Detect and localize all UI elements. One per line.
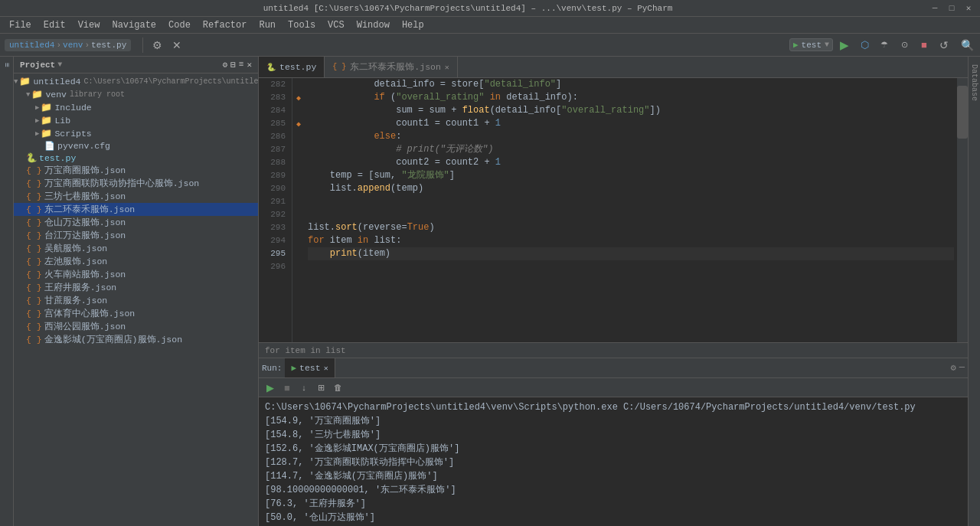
tab-json[interactable]: { } 东二环泰禾服饰.json ✕ — [325, 57, 458, 77]
tree-item-json9[interactable]: { } 火车南站服饰.json — [14, 268, 258, 281]
code-area[interactable]: detail_info = store["detail_info"] if ("… — [305, 78, 957, 342]
tree-item-json10[interactable]: { } 王府井服务.json — [14, 281, 258, 294]
run-tab-test[interactable]: ▶ test ✕ — [285, 358, 335, 377]
menu-help[interactable]: Help — [396, 18, 430, 32]
toolbar-settings-button[interactable]: ⚙ — [149, 37, 165, 54]
tab-testpy[interactable]: 🐍 test.py — [259, 57, 325, 77]
menu-vcs[interactable]: VCS — [322, 18, 351, 32]
tree-item-json3[interactable]: { } 三坊七巷服饰.json — [14, 190, 258, 203]
tree-item-pyvenv[interactable]: 📄 pyvenv.cfg — [14, 140, 258, 152]
code-283: if ("overall_rating" in detail_info): — [308, 91, 954, 104]
run-filter-button[interactable]: ⊞ — [314, 381, 328, 394]
menu-file[interactable]: File — [3, 18, 38, 32]
code-286: else: — [308, 130, 954, 143]
tree-item-venv[interactable]: ▼ 📁 venv library root — [14, 88, 258, 101]
sidebar-dropdown-icon[interactable]: ▼ — [57, 60, 62, 69]
rerun-button[interactable]: ↺ — [936, 37, 952, 54]
tree-item-json5[interactable]: { } 仓山万达服饰.json — [14, 216, 258, 229]
toolbar-close-button[interactable]: ✕ — [168, 37, 185, 54]
code-292 — [308, 208, 954, 221]
debug-button[interactable]: ⬡ — [856, 37, 873, 54]
toolbar-breadcrumb[interactable]: untitled4 › venv › test.py — [5, 39, 131, 51]
sidebar-gear-icon[interactable]: ⚙ — [223, 60, 228, 70]
tab-json-label: 东二环泰禾服饰.json — [350, 61, 441, 73]
title-bar: untitled4 [C:\Users\10674\PycharmProject… — [0, 0, 980, 17]
coverage-button[interactable]: ☂ — [876, 37, 893, 54]
gutter-290 — [292, 182, 305, 195]
run-output: C:\Users\10674\PycharmProjects\untitled4… — [259, 397, 968, 526]
line-285: 285 — [259, 117, 286, 130]
maximize-button[interactable]: □ — [946, 3, 957, 14]
menu-view[interactable]: View — [72, 18, 106, 32]
tree-item-scripts[interactable]: ▶ 📁 Scripts — [14, 127, 258, 140]
sidebar-collapse-icon[interactable]: ⊟ — [230, 60, 236, 70]
gutter-285[interactable]: ◆ — [292, 117, 305, 130]
tree-item-json12[interactable]: { } 宫体育中心服饰.json — [14, 307, 258, 320]
run-settings-icon[interactable]: ⚙ — [951, 362, 956, 374]
gutter-291 — [292, 195, 305, 208]
gutter-296 — [292, 260, 305, 273]
code-296 — [308, 260, 954, 273]
tree-item-json11[interactable]: { } 甘蔗服务.json — [14, 294, 258, 307]
gutter-286 — [292, 130, 305, 143]
menu-tools[interactable]: Tools — [282, 18, 322, 32]
toolbar: untitled4 › venv › test.py ⚙ ✕ ▶ test ▼ … — [0, 34, 980, 57]
run-scroll-button[interactable]: ↓ — [297, 381, 311, 394]
minimize-button[interactable]: ─ — [929, 3, 940, 14]
left-icon-project[interactable]: ≡ — [1, 60, 12, 70]
line-282: 282 — [259, 78, 286, 91]
tree-item-json2[interactable]: { } 万宝商圈联防联动协指中心服饰.json — [14, 177, 258, 190]
run-config-icon: ▶ — [793, 40, 799, 50]
main-area: ≡ Project ▼ ⚙ ⊟ ≡ ✕ ▼ 📁 untit — [0, 57, 980, 526]
tree-item-json8[interactable]: { } 左池服饰.json — [14, 255, 258, 268]
run-config[interactable]: ▶ test ▼ — [789, 38, 833, 51]
editor-tabs: 🐍 test.py { } 东二环泰禾服饰.json ✕ — [259, 57, 968, 78]
line-294: 294 — [259, 234, 286, 247]
run-tab-close[interactable]: ✕ — [324, 364, 328, 373]
run-button[interactable]: ▶ — [836, 37, 853, 54]
run-panel: Run: ▶ test ✕ ⚙ ─ ▶ ■ — [259, 358, 968, 526]
line-numbers: 282 283 284 285 286 287 288 289 290 291 … — [259, 78, 292, 342]
tab-json-close[interactable]: ✕ — [445, 63, 449, 72]
editor-breadcrumb: for item in list — [259, 342, 968, 358]
tree-item-json6[interactable]: { } 台江万达服饰.json — [14, 229, 258, 242]
search-everywhere-button[interactable]: 🔍 — [959, 37, 975, 54]
line-287: 287 — [259, 143, 286, 156]
sidebar-title: Project — [20, 60, 55, 70]
code-282: detail_info = store["detail_info"] — [308, 78, 954, 91]
right-scrollbar[interactable] — [957, 78, 968, 342]
tree-item-include[interactable]: ▶ 📁 Include — [14, 101, 258, 114]
breadcrumb-file: test.py — [91, 41, 126, 50]
stop-button[interactable]: ■ — [916, 37, 933, 54]
tree-item-json7[interactable]: { } 吴航服饰.json — [14, 242, 258, 255]
sidebar-close-icon[interactable]: ✕ — [247, 60, 252, 70]
menu-refactor[interactable]: Refactor — [197, 18, 253, 32]
right-icon-database[interactable]: Database — [969, 60, 980, 106]
menu-window[interactable]: Window — [351, 18, 396, 32]
menu-run[interactable]: Run — [253, 18, 282, 32]
tab-testpy-label: test.py — [279, 62, 316, 72]
run-minimize-icon[interactable]: ─ — [959, 362, 965, 374]
tree-item-lib[interactable]: ▶ 📁 Lib — [14, 114, 258, 127]
run-rerun-button[interactable]: ▶ — [263, 381, 277, 394]
code-285: count1 = count1 + 1 — [308, 117, 954, 130]
menu-navigate[interactable]: Navigate — [106, 18, 162, 32]
profile-button[interactable]: ⊙ — [896, 37, 913, 54]
tree-item-json1[interactable]: { } 万宝商圈服饰.json — [14, 164, 258, 177]
tree-item-testpy[interactable]: 🐍 test.py — [14, 152, 258, 164]
tree-item-untitled4[interactable]: ▼ 📁 untitled4 C:\Users\10674\PycharmProj… — [14, 75, 258, 88]
sidebar: Project ▼ ⚙ ⊟ ≡ ✕ ▼ 📁 untitled4 C:\Users… — [14, 57, 259, 526]
sidebar-settings-icon[interactable]: ≡ — [239, 60, 244, 70]
menu-code[interactable]: Code — [162, 18, 197, 32]
close-button[interactable]: ✕ — [963, 3, 974, 14]
gutter-283[interactable]: ◆ — [292, 91, 305, 104]
code-289: temp = [sum, "龙院服饰"] — [308, 169, 954, 182]
tree-item-json13[interactable]: { } 西湖公园服饰.json — [14, 320, 258, 333]
menu-edit[interactable]: Edit — [38, 18, 72, 32]
tree-item-json14[interactable]: { } 金逸影城(万宝商圈店)服饰.json — [14, 333, 258, 346]
run-stop-button[interactable]: ■ — [280, 381, 294, 394]
run-trash-button[interactable]: 🗑 — [331, 381, 345, 394]
content-area: 🐍 test.py { } 东二环泰禾服饰.json ✕ 282 283 — [259, 57, 968, 526]
gutter-282 — [292, 78, 305, 91]
tree-item-json4[interactable]: { } 东二环泰禾服饰.json — [14, 203, 258, 216]
